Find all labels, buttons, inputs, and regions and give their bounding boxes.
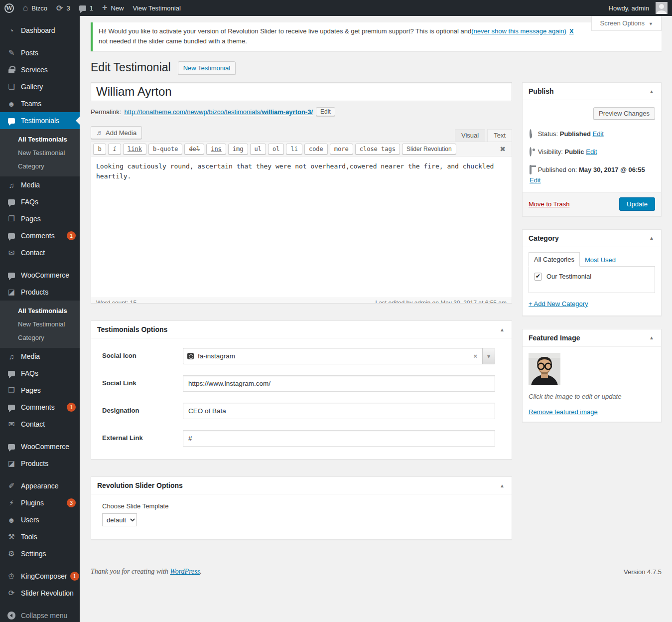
sidebar-item-label: Pages <box>21 215 76 223</box>
category-checkbox[interactable] <box>534 273 542 281</box>
sidebar-item-products[interactable]: ◪Products <box>0 284 80 301</box>
quicktag-more-button[interactable]: more <box>330 144 353 155</box>
edit-visibility-link[interactable]: Edit <box>586 148 597 156</box>
preview-changes-button[interactable]: Preview Changes <box>593 107 655 120</box>
sidebar-item-collapse-menu[interactable]: Collapse menu <box>0 607 80 622</box>
update-button[interactable]: Update <box>619 197 655 211</box>
sidebar-item-plugins[interactable]: ⚡Plugins3 <box>0 494 80 511</box>
title-input[interactable] <box>91 82 512 101</box>
move-to-trash-link[interactable]: Move to Trash <box>529 200 569 208</box>
designation-input[interactable] <box>183 403 495 419</box>
sidebar-item-woocommerce[interactable]: WooCommerce <box>0 267 80 284</box>
sidebar-item-tools[interactable]: ⚒Tools <box>0 528 80 545</box>
sidebar-subitem-all-testimonials[interactable]: All Testimonials <box>0 133 80 146</box>
sidebar-item-products[interactable]: ◪Products <box>0 455 80 472</box>
sidebar-item-comments[interactable]: Comments1 <box>0 399 80 416</box>
sidebar-subitem-all-testimonials[interactable]: All Testimonials <box>0 304 80 317</box>
quicktag-ins-button[interactable]: ins <box>206 144 226 155</box>
edit-published-link[interactable]: Edit <box>530 176 540 184</box>
edit-status-link[interactable]: Edit <box>592 130 603 138</box>
remove-featured-image-link[interactable]: Remove featured image <box>529 408 598 416</box>
featured-image[interactable] <box>529 353 560 385</box>
tab-visual[interactable]: Visual <box>455 129 485 142</box>
sidebar-item-teams[interactable]: ☻Teams <box>0 95 80 112</box>
collapse-toggle-icon[interactable] <box>499 483 506 488</box>
new-content-menu[interactable]: New <box>98 0 129 16</box>
menu-separator <box>0 602 80 607</box>
updates-menu[interactable]: 3 <box>52 0 75 16</box>
screen-options-tab[interactable]: Screen Options <box>591 16 662 31</box>
collapse-toggle-icon[interactable] <box>499 327 506 332</box>
collapse-toggle-icon[interactable] <box>648 335 655 340</box>
page-title-row: Edit Testimonial New Testimonial <box>91 60 662 75</box>
slide-template-select[interactable]: default <box>102 513 137 526</box>
social-link-input[interactable] <box>183 375 495 392</box>
add-new-category-link[interactable]: + Add New Category <box>529 300 588 308</box>
sidebar-item-contact[interactable]: ✉Contact <box>0 244 80 261</box>
sidebar-item-testimonials[interactable]: Testimonials <box>0 112 80 129</box>
sidebar-item-woocommerce[interactable]: WooCommerce <box>0 438 80 455</box>
sidebar-subitem-category[interactable]: Category <box>0 159 80 173</box>
dismiss-x-link[interactable]: X <box>569 27 574 35</box>
quicktag-del-button[interactable]: del <box>184 144 204 155</box>
site-name-menu[interactable]: Bizco <box>18 0 52 16</box>
social-icon-select[interactable]: fa-instagram <box>183 348 495 364</box>
account-menu[interactable]: Howdy, admin <box>604 0 672 16</box>
dismiss-link[interactable]: (never show this message again) <box>471 27 566 35</box>
quicktag-i-button[interactable]: i <box>108 144 121 155</box>
quicktag-close-tags-button[interactable]: close tags <box>355 144 400 155</box>
sidebar-item-faqs[interactable]: FAQs <box>0 365 80 382</box>
main-column: Permalink: http://tonatheme.com/newwp/bi… <box>91 75 512 540</box>
sidebar-item-contact[interactable]: ✉Contact <box>0 416 80 433</box>
sidebar-item-users[interactable]: ☻Users <box>0 511 80 528</box>
add-media-button[interactable]: Add Media <box>91 126 142 139</box>
sidebar-item-services[interactable]: Services <box>0 61 80 78</box>
permalink-link[interactable]: http://tonatheme.com/newwp/bizco/testimo… <box>124 108 313 116</box>
sidebar-subitem-category[interactable]: Category <box>0 331 80 344</box>
quicktag-li-button[interactable]: li <box>286 144 302 155</box>
quicktag-ul-button[interactable]: ul <box>250 144 266 155</box>
wordpress-link[interactable]: WordPress <box>170 568 200 575</box>
fullscreen-icon[interactable] <box>496 145 510 153</box>
external-link-input[interactable] <box>183 430 495 447</box>
quicktag-link-button[interactable]: link <box>123 144 146 155</box>
collapse-toggle-icon[interactable] <box>648 89 655 94</box>
new-testimonial-button[interactable]: New Testimonial <box>178 61 236 75</box>
dropdown-arrow-icon[interactable] <box>482 348 495 364</box>
sidebar-item-comments[interactable]: Comments1 <box>0 227 80 244</box>
sidebar-subitem-new-testimonial[interactable]: New Testimonial <box>0 146 80 159</box>
wordpress-menu[interactable] <box>0 0 18 16</box>
quicktag-img-button[interactable]: img <box>228 144 248 155</box>
edit-permalink-button[interactable]: Edit <box>316 107 335 116</box>
sidebar-item-media[interactable]: ♫Media <box>0 176 80 193</box>
media-icon <box>96 129 103 137</box>
sidebar-item-appearance[interactable]: ✐Appearance <box>0 477 80 494</box>
quicktag-code-button[interactable]: code <box>304 144 328 155</box>
sidebar-item-dashboard[interactable]: ◔Dashboard <box>0 22 80 39</box>
sidebar-item-gallery[interactable]: ❏Gallery <box>0 78 80 95</box>
revolution-slider-options-header: Revolution Slider Options <box>91 477 512 494</box>
tab-most-used[interactable]: Most Used <box>580 253 621 267</box>
sidebar-item-slider-revolution[interactable]: ⟳Slider Revolution <box>0 585 80 602</box>
tab-text[interactable]: Text <box>487 129 512 142</box>
sidebar-item-faqs[interactable]: FAQs <box>0 193 80 210</box>
editor-textarea[interactable]: Looking cautiously round, ascertain that… <box>91 156 512 298</box>
sidebar-subitem-new-testimonial[interactable]: New Testimonial <box>0 317 80 331</box>
version-text: Version 4.7.5 <box>624 568 662 576</box>
quicktag-b-button[interactable]: b <box>93 144 106 155</box>
sidebar-item-pages[interactable]: ❐Pages <box>0 210 80 227</box>
sidebar-item-media[interactable]: ♫Media <box>0 348 80 365</box>
tab-all-categories[interactable]: All Categories <box>529 252 580 267</box>
clear-icon[interactable] <box>468 352 482 360</box>
quicktag-b-quote-button[interactable]: b-quote <box>148 144 183 155</box>
view-testimonial-link[interactable]: View Testimonial <box>128 0 185 16</box>
sidebar-item-pages[interactable]: ❐Pages <box>0 382 80 399</box>
quicktag-ol-button[interactable]: ol <box>268 144 284 155</box>
sidebar-item-kingcomposer[interactable]: ♔KingComposer1 <box>0 568 80 585</box>
collapse-toggle-icon[interactable] <box>648 235 655 241</box>
sidebar-item-label: Contact <box>21 249 76 257</box>
quicktag-slider-revolution-button[interactable]: Slider Revolution <box>402 144 456 155</box>
sidebar-item-posts[interactable]: ✎Posts <box>0 44 80 61</box>
comments-menu[interactable]: 1 <box>75 0 98 16</box>
sidebar-item-settings[interactable]: ⚙Settings <box>0 545 80 562</box>
